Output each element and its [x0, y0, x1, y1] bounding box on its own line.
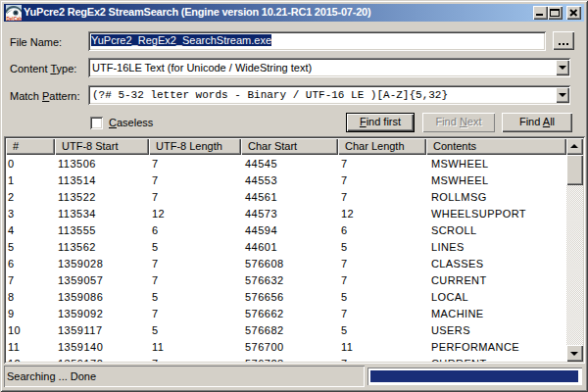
- svg-text:DelCab: DelCab: [7, 17, 23, 21]
